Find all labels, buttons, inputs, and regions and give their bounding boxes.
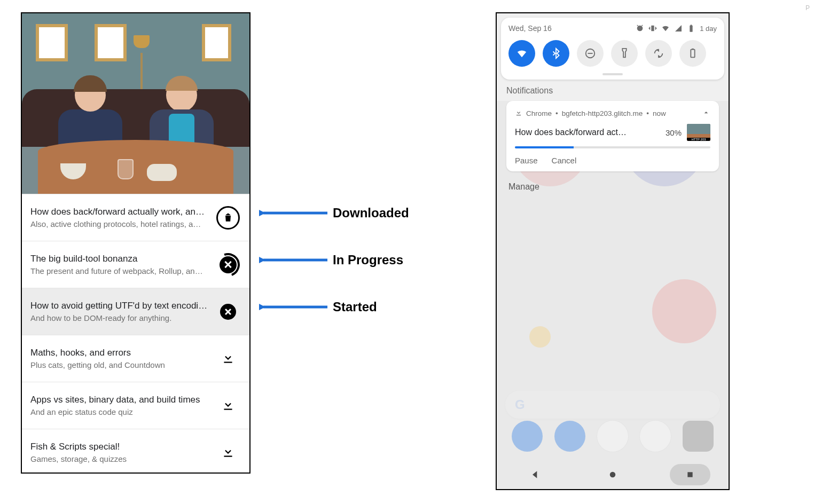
episode-title: Apps vs sites, binary data, and build ti… — [30, 395, 209, 405]
dock-messages-app[interactable] — [554, 421, 585, 452]
episode-subtitle: The present and future of webpack, Rollu… — [30, 266, 209, 275]
notif-origin: bgfetch-http203.glitch.me — [562, 109, 643, 117]
delete-download-button[interactable] — [215, 205, 241, 231]
episode-row[interactable]: How to avoid getting UTF'd by text encod… — [22, 288, 249, 335]
qs-bluetooth-toggle[interactable] — [543, 40, 569, 67]
quick-settings-row — [508, 40, 717, 67]
qs-battery-saver-toggle[interactable] — [679, 40, 706, 67]
annotation-in-progress: In Progress — [259, 253, 403, 267]
bluetooth-icon — [550, 48, 562, 59]
svg-rect-4 — [690, 26, 693, 32]
cancel-download-button[interactable] — [215, 299, 241, 325]
hero-image — [22, 13, 249, 194]
qs-wifi-toggle[interactable] — [508, 40, 535, 67]
download-icon — [515, 109, 522, 118]
status-date: Wed, Sep 16 — [508, 24, 636, 33]
close-icon — [220, 256, 237, 273]
svg-rect-8 — [691, 50, 694, 58]
signal-icon — [674, 24, 683, 33]
notifications-heading: Notifications — [506, 86, 719, 96]
page-indicator: P — [805, 4, 810, 12]
status-bar: Wed, Sep 16 1 day — [508, 24, 717, 33]
episode-row[interactable]: Apps vs sites, binary data, and build ti… — [22, 382, 249, 429]
nav-recent-button[interactable] — [670, 464, 710, 485]
episode-title: Maths, hooks, and errors — [30, 348, 209, 358]
podcast-app-screenshot: How does back/forward actually work, an…… — [21, 12, 251, 474]
android-notification-screenshot: Wed, Sep 16 1 day Notifications Chrome — [496, 12, 730, 490]
notif-title: How does back/forward act… — [515, 128, 660, 137]
android-nav-bar — [497, 460, 729, 489]
episode-list: How does back/forward actually work, an…… — [22, 194, 249, 472]
battery-text: 1 day — [700, 24, 717, 33]
battery-saver-icon — [687, 48, 699, 59]
trash-icon — [216, 206, 240, 230]
vibrate-icon — [648, 24, 657, 33]
dnd-icon — [584, 48, 596, 59]
wifi-icon — [516, 48, 528, 59]
episode-subtitle: And how to be DOM-ready for anything. — [30, 313, 209, 322]
annotation-started: Started — [259, 300, 377, 314]
autorotate-icon — [653, 48, 664, 59]
episode-title: How does back/forward actually work, an… — [30, 207, 209, 217]
annotation-label: Started — [333, 300, 377, 314]
nav-home-button[interactable] — [592, 464, 633, 485]
dock-phone-app[interactable] — [512, 421, 543, 452]
home-dock — [497, 421, 729, 452]
download-button[interactable] — [215, 440, 241, 466]
notif-pause-button[interactable]: Pause — [515, 156, 538, 165]
episode-subtitle: Plus cats, getting old, and Countdown — [30, 360, 209, 369]
notif-thumbnail — [687, 124, 710, 141]
dock-camera-app[interactable] — [683, 421, 714, 452]
download-icon — [221, 445, 235, 461]
qs-flashlight-toggle[interactable] — [611, 40, 638, 67]
episode-subtitle: And an epic status code quiz — [30, 407, 209, 416]
google-logo-icon: G — [515, 397, 525, 412]
chevron-up-icon[interactable] — [702, 108, 710, 119]
svg-rect-5 — [691, 25, 692, 26]
annotation-downloaded: Downloaded — [259, 206, 409, 220]
close-icon — [220, 304, 236, 320]
dock-play-store-app[interactable] — [597, 421, 628, 452]
svg-rect-11 — [687, 472, 692, 477]
episode-subtitle: Games, storage, & quizzes — [30, 454, 209, 463]
episode-row[interactable]: Maths, hooks, and errorsPlus cats, getti… — [22, 335, 249, 382]
notif-percent: 30% — [666, 128, 682, 137]
download-button[interactable] — [215, 346, 241, 372]
notif-progress-bar — [515, 146, 710, 148]
download-button[interactable] — [215, 393, 241, 419]
cancel-download-button[interactable] — [215, 252, 241, 278]
episode-title: How to avoid getting UTF'd by text encod… — [30, 301, 209, 311]
episode-subtitle: Also, active clothing protocols, hotel r… — [30, 219, 209, 229]
quick-settings-shade: Wed, Sep 16 1 day — [501, 18, 724, 80]
wifi-icon — [661, 24, 670, 33]
episode-row[interactable]: How does back/forward actually work, an…… — [22, 194, 249, 241]
episode-title: The big build-tool bonanza — [30, 254, 209, 264]
svg-rect-3 — [652, 26, 654, 32]
episode-row[interactable]: Fish & Scripts special!Games, storage, &… — [22, 429, 249, 472]
download-notification[interactable]: Chrome • bgfetch-http203.glitch.me • now… — [506, 101, 719, 171]
svg-point-10 — [610, 472, 616, 478]
notifications-area: Notifications Chrome • bgfetch-http203.g… — [497, 80, 729, 202]
notif-cancel-button[interactable]: Cancel — [552, 156, 577, 165]
manage-notifications-button[interactable]: Manage — [508, 182, 717, 192]
episode-row[interactable]: The big build-tool bonanzaThe present an… — [22, 241, 249, 288]
annotation-label: In Progress — [333, 253, 403, 267]
qs-dnd-toggle[interactable] — [577, 40, 604, 67]
episode-title: Fish & Scripts special! — [30, 442, 209, 452]
download-icon — [221, 351, 235, 367]
alarm-icon — [636, 24, 644, 33]
notif-time: now — [653, 109, 666, 117]
download-icon — [221, 398, 235, 414]
qs-autorotate-toggle[interactable] — [645, 40, 672, 67]
shade-handle[interactable] — [602, 73, 623, 75]
svg-rect-9 — [692, 49, 694, 50]
nav-back-button[interactable] — [515, 464, 555, 485]
battery-icon — [687, 24, 695, 33]
flashlight-icon — [619, 48, 630, 59]
annotation-label: Downloaded — [333, 206, 409, 220]
google-search-pill[interactable]: G — [505, 391, 720, 419]
notif-app-name: Chrome — [526, 109, 552, 117]
dock-chrome-app[interactable] — [640, 421, 671, 452]
